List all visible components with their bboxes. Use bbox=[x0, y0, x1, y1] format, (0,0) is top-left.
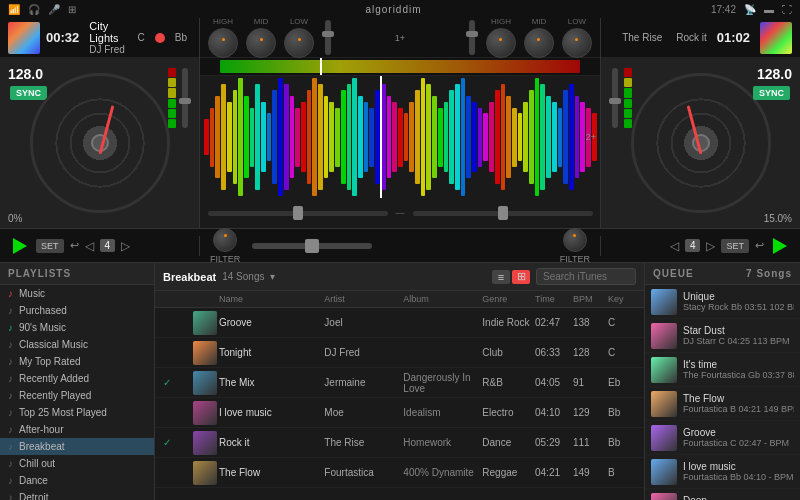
sidebar-item-detroit[interactable]: ♪ Detroit bbox=[0, 489, 154, 500]
waveform-bar bbox=[261, 102, 266, 173]
search-input[interactable] bbox=[536, 268, 636, 285]
list-item[interactable]: Groove Fourtastica C 02:47 - BPM bbox=[645, 421, 800, 455]
eq-mid-left: MID bbox=[246, 17, 276, 58]
crossfader-container bbox=[240, 243, 559, 249]
waveform-bar bbox=[563, 90, 568, 184]
table-row[interactable]: The Flow Fourtastica 400% Dynamite Regga… bbox=[155, 458, 644, 488]
waveform-overview[interactable] bbox=[200, 58, 600, 76]
transport-right: ◁ 4 ▷ SET ↩ bbox=[600, 236, 800, 256]
filter-knob-left[interactable] bbox=[213, 228, 237, 252]
vu-sliders-left bbox=[168, 68, 191, 128]
eq-low-knob-right[interactable] bbox=[562, 28, 592, 58]
transport-row: SET ↩ ◁ 4 ▷ FILTER FILTER ◁ 4 ▷ SET ↩ bbox=[0, 228, 800, 263]
queue-track-info: Deep Rock Miles C 03:15 124 BPM bbox=[683, 495, 794, 500]
waveform-bar bbox=[244, 96, 249, 179]
eq-high-knob-right[interactable] bbox=[486, 28, 516, 58]
table-row[interactable]: ✓ The Mix Jermaine Dangerously In Love R… bbox=[155, 368, 644, 398]
col-header-artist: Artist bbox=[324, 294, 403, 304]
sidebar-item-chill-out[interactable]: ♪ Chill out bbox=[0, 455, 154, 472]
next-button-left[interactable]: ▷ bbox=[121, 239, 130, 253]
list-item[interactable]: Unique Stacy Rock Bb 03:51 102 BPM bbox=[645, 285, 800, 319]
waveform-bar bbox=[352, 78, 357, 196]
list-item[interactable]: The Flow Fourtastica B 04:21 149 BPM bbox=[645, 387, 800, 421]
eq-mid-knob-right[interactable] bbox=[524, 28, 554, 58]
play-button-left[interactable] bbox=[10, 236, 30, 256]
waveform-main[interactable]: // Generate waveform bars inline - will … bbox=[200, 76, 600, 198]
track-key: C bbox=[608, 347, 636, 358]
rewind-icon-left[interactable]: ↩ bbox=[70, 239, 79, 252]
waveform-bar bbox=[318, 84, 323, 190]
sidebar-item-breakbeat[interactable]: ♪ Breakbeat bbox=[0, 438, 154, 455]
queue-title: QUEUE bbox=[653, 268, 694, 279]
loop-num-right[interactable]: 4 bbox=[685, 239, 701, 252]
pitch-slider-right[interactable] bbox=[413, 211, 593, 216]
list-item[interactable]: It's time The Fourtastica Gb 03:37 88 BP… bbox=[645, 353, 800, 387]
volume-slider-right[interactable] bbox=[469, 20, 475, 55]
set-badge-right[interactable]: SET bbox=[721, 239, 749, 253]
track-album: Dangerously In Love bbox=[403, 372, 482, 394]
eq-mid-knob-left[interactable] bbox=[246, 28, 276, 58]
track-artist: The Rise bbox=[324, 437, 403, 448]
filter-knob-right[interactable] bbox=[563, 228, 587, 252]
queue-track-info: The Flow Fourtastica B 04:21 149 BPM bbox=[683, 393, 794, 414]
list-item[interactable]: Star Dust DJ Starr C 04:25 113 BPM bbox=[645, 319, 800, 353]
table-row[interactable]: Groove Joel Indie Rock 02:47 138 C bbox=[155, 308, 644, 338]
set-badge-left[interactable]: SET bbox=[36, 239, 64, 253]
view-btn-grid[interactable]: ⊞ bbox=[512, 270, 530, 284]
track-time: 04:21 bbox=[535, 467, 573, 478]
album-art-right bbox=[760, 22, 792, 54]
eq-low-knob-left[interactable] bbox=[284, 28, 314, 58]
queue-track-title: Groove bbox=[683, 427, 794, 438]
sidebar-item-music[interactable]: ♪ Music bbox=[0, 285, 154, 302]
bpm-right: 128.0 bbox=[757, 66, 792, 82]
headphone-icon: 🎧 bbox=[28, 4, 40, 15]
sync-right-button[interactable]: SYNC bbox=[753, 86, 790, 100]
sidebar-item-dance[interactable]: ♪ Dance bbox=[0, 472, 154, 489]
deck-left: 00:32 City Lights DJ Fred C Bb 128.0 SYN… bbox=[0, 18, 200, 228]
volume-slider-left[interactable] bbox=[325, 20, 331, 55]
loop-num-left[interactable]: 4 bbox=[100, 239, 116, 252]
queue-art-thumb bbox=[651, 493, 677, 501]
playlist-icon: ♪ bbox=[8, 407, 13, 418]
track-title: I love music bbox=[219, 407, 324, 418]
track-artist: Moe bbox=[324, 407, 403, 418]
table-row[interactable]: Tonight DJ Fred Club 06:33 128 C bbox=[155, 338, 644, 368]
prev-button-left[interactable]: ◁ bbox=[85, 239, 94, 253]
play-button-right[interactable] bbox=[770, 236, 790, 256]
turntable-left[interactable] bbox=[30, 73, 170, 213]
playlists-header: PLAYLISTS bbox=[0, 263, 154, 285]
track-thumbnail bbox=[193, 401, 217, 425]
view-btn-list[interactable]: ≡ bbox=[492, 270, 510, 284]
track-title: The Flow bbox=[219, 467, 324, 478]
eq-high-knob-left[interactable] bbox=[208, 28, 238, 58]
turntable-right[interactable] bbox=[631, 73, 771, 213]
sidebar-item-my-top-rated[interactable]: ♪ My Top Rated bbox=[0, 353, 154, 370]
bpm-left: 128.0 bbox=[8, 66, 43, 82]
gain-slider-left[interactable] bbox=[182, 68, 188, 128]
table-row[interactable]: I love music Moe Idealism Electro 04:10 … bbox=[155, 398, 644, 428]
table-row[interactable]: ✓ Rock it The Rise Homework Dance 05:29 … bbox=[155, 428, 644, 458]
next-button-right[interactable]: ▷ bbox=[706, 239, 715, 253]
crossfader[interactable] bbox=[252, 243, 372, 249]
sync-left-button[interactable]: SYNC bbox=[10, 86, 47, 100]
track-key: Bb bbox=[608, 437, 636, 448]
sidebar-item-purchased[interactable]: ♪ Purchased bbox=[0, 302, 154, 319]
sidebar-item-recently-played[interactable]: ♪ Recently Played bbox=[0, 387, 154, 404]
waveform-bar bbox=[518, 113, 523, 160]
sidebar-item-recently-added[interactable]: ♪ Recently Added bbox=[0, 370, 154, 387]
sidebar-item-after-hour[interactable]: ♪ After-hour bbox=[0, 421, 154, 438]
list-item[interactable]: I love music Fourtastica Bb 04:10 - BPM bbox=[645, 455, 800, 489]
tracklist-dropdown[interactable]: ▾ bbox=[270, 271, 275, 282]
sidebar-item-90's-music[interactable]: ♪ 90's Music bbox=[0, 319, 154, 336]
track-album: Homework bbox=[403, 437, 482, 448]
rewind-icon-right[interactable]: ↩ bbox=[755, 239, 764, 252]
waveform-bar bbox=[324, 96, 329, 179]
sidebar-item-top-25-most-played[interactable]: ♪ Top 25 Most Played bbox=[0, 404, 154, 421]
gain-slider-right[interactable] bbox=[612, 68, 618, 128]
list-item[interactable]: Deep Rock Miles C 03:15 124 BPM bbox=[645, 489, 800, 500]
deck-right-info: The Rise Rock it 01:02 bbox=[601, 18, 800, 58]
pitch-slider-left[interactable] bbox=[208, 211, 388, 216]
prev-button-right[interactable]: ◁ bbox=[670, 239, 679, 253]
rec-indicator-left bbox=[155, 33, 165, 43]
sidebar-item-classical-music[interactable]: ♪ Classical Music bbox=[0, 336, 154, 353]
